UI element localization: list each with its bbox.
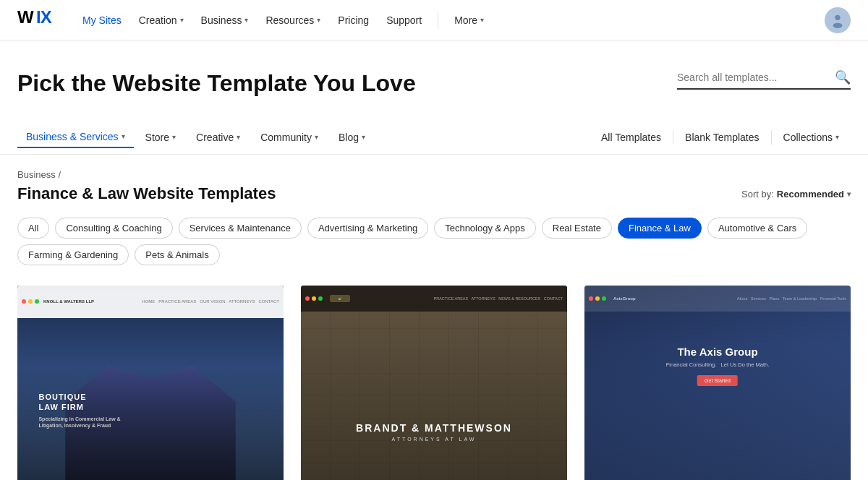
template-thumb: AxisGroup About Services Plans Team & Le… xyxy=(584,286,851,480)
nav-links: My Sites Creation ▾ Business ▾ Resources… xyxy=(75,10,825,30)
filter-tag-real-estate[interactable]: Real Estate xyxy=(542,218,612,239)
breadcrumb-separator: / xyxy=(58,169,61,180)
svg-point-2 xyxy=(835,14,840,20)
chevron-down-icon: ▾ xyxy=(180,16,184,24)
chevron-down-icon: ▾ xyxy=(237,133,240,141)
chevron-down-icon: ▾ xyxy=(317,16,320,24)
filter-tag-consulting-coaching[interactable]: Consulting & Coaching xyxy=(55,218,172,239)
cat-nav-community[interactable]: Community ▾ xyxy=(252,127,327,147)
cat-nav-business-services[interactable]: Business & Services ▾ xyxy=(17,127,134,148)
chevron-down-icon: ▾ xyxy=(835,133,839,141)
filter-tag-automotive-cars[interactable]: Automotive & Cars xyxy=(707,218,807,239)
hero-section: Pick the Website Template You Love 🔍 xyxy=(0,40,868,120)
search-input[interactable] xyxy=(677,72,829,83)
wix-logo[interactable]: W IX xyxy=(17,7,55,33)
nav-my-sites[interactable]: My Sites xyxy=(75,10,129,30)
chevron-down-icon: ▾ xyxy=(122,132,125,140)
filter-tags: AllConsulting & CoachingServices & Maint… xyxy=(0,212,868,274)
sort-value[interactable]: Recommended ▾ xyxy=(777,189,851,200)
page-heading: Finance & Law Website Templates Sort by:… xyxy=(17,184,851,203)
search-icon[interactable]: 🔍 xyxy=(835,69,851,85)
breadcrumb-parent[interactable]: Business xyxy=(17,169,56,180)
hero-title: Pick the Website Template You Love xyxy=(17,69,416,97)
chevron-down-icon: ▾ xyxy=(480,16,484,24)
filter-tag-farming-gardening[interactable]: Farming & Gardening xyxy=(17,244,129,265)
cat-nav-right: All Templates Blank Templates Collection… xyxy=(590,127,851,147)
svg-text:W: W xyxy=(17,7,34,27)
content-header: Business / Finance & Law Website Templat… xyxy=(0,155,868,212)
template-thumb: ■/ PRACTICE AREAS ATTORNEYS NEWS & RESOU… xyxy=(301,286,567,480)
nav-creation[interactable]: Creation ▾ xyxy=(132,10,191,30)
template-card-law-firm-1[interactable]: KNOLL & WALTERS LLP HOME PRACTICE AREAS … xyxy=(17,286,284,480)
cat-nav-creative[interactable]: Creative ▾ xyxy=(187,127,249,147)
cat-nav-store[interactable]: Store ▾ xyxy=(137,127,184,147)
chevron-down-icon: ▾ xyxy=(315,133,318,141)
chevron-down-icon: ▾ xyxy=(172,133,176,141)
filter-tag-pets-animals[interactable]: Pets & Animals xyxy=(135,244,219,265)
chevron-down-icon: ▾ xyxy=(244,16,248,24)
user-icon xyxy=(830,12,846,28)
nav-divider xyxy=(438,12,438,29)
page-title: Finance & Law Website Templates xyxy=(17,184,276,203)
chevron-down-icon: ▾ xyxy=(847,190,851,198)
cat-nav-left: Business & Services ▾ Store ▾ Creative ▾… xyxy=(17,127,590,148)
cat-nav-blank-templates[interactable]: Blank Templates xyxy=(673,127,770,147)
template-thumb: KNOLL & WALTERS LLP HOME PRACTICE AREAS … xyxy=(17,286,284,480)
navbar: W IX My Sites Creation ▾ Business ▾ Reso… xyxy=(0,0,868,40)
templates-grid: KNOLL & WALTERS LLP HOME PRACTICE AREAS … xyxy=(0,274,868,480)
nav-right xyxy=(825,7,851,33)
chevron-down-icon: ▾ xyxy=(362,133,365,141)
search-container: 🔍 xyxy=(677,69,851,90)
filter-tag-all[interactable]: All xyxy=(17,218,49,239)
nav-pricing[interactable]: Pricing xyxy=(331,10,376,30)
breadcrumb: Business / xyxy=(17,169,851,180)
sort-control: Sort by: Recommended ▾ xyxy=(741,189,851,200)
template-card-financial-consulting[interactable]: AxisGroup About Services Plans Team & Le… xyxy=(584,286,851,480)
cat-nav-blog[interactable]: Blog ▾ xyxy=(330,127,374,147)
nav-business[interactable]: Business ▾ xyxy=(194,10,256,30)
filter-tag-finance-law[interactable]: Finance & Law xyxy=(618,218,702,239)
nav-resources[interactable]: Resources ▾ xyxy=(258,10,328,30)
category-nav: Business & Services ▾ Store ▾ Creative ▾… xyxy=(0,120,868,155)
cat-nav-all-templates[interactable]: All Templates xyxy=(590,127,673,147)
filter-tag-advertising-marketing[interactable]: Advertising & Marketing xyxy=(307,218,428,239)
cat-nav-collections[interactable]: Collections ▾ xyxy=(772,127,851,147)
nav-more[interactable]: More ▾ xyxy=(447,10,491,30)
svg-point-3 xyxy=(833,22,843,27)
filter-tag-technology-apps[interactable]: Technology & Apps xyxy=(434,218,536,239)
template-card-law-firm-2[interactable]: ■/ PRACTICE AREAS ATTORNEYS NEWS & RESOU… xyxy=(301,286,567,480)
svg-text:IX: IX xyxy=(36,7,52,27)
nav-support[interactable]: Support xyxy=(379,10,429,30)
filter-tag-services-maintenance[interactable]: Services & Maintenance xyxy=(179,218,302,239)
avatar[interactable] xyxy=(825,7,851,33)
